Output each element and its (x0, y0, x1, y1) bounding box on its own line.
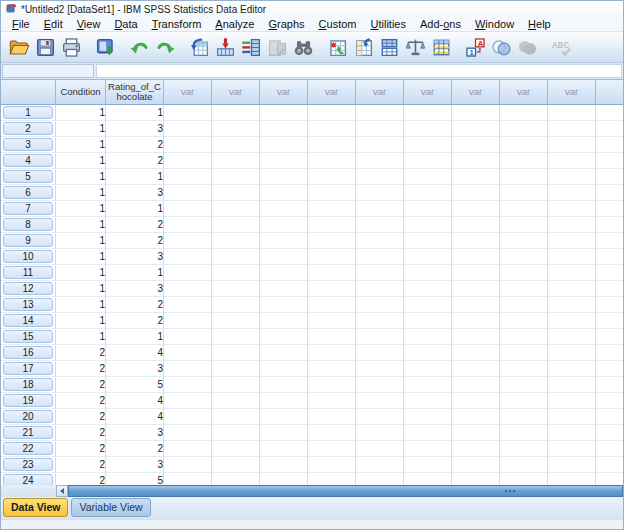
cell-empty[interactable] (452, 345, 500, 361)
value-labels-button[interactable]: A1 (462, 34, 488, 60)
cell-condition-12[interactable]: 1 (56, 281, 106, 297)
cell-empty[interactable] (308, 377, 356, 393)
column-header-var[interactable]: var (548, 80, 596, 105)
cell-empty[interactable] (308, 201, 356, 217)
column-header-rating_of_chocolate[interactable]: Rating_of_Chocolate (106, 80, 164, 105)
cell-empty[interactable] (164, 297, 212, 313)
cell-condition-17[interactable]: 2 (56, 361, 106, 377)
cell-empty[interactable] (260, 217, 308, 233)
scrollbar-thumb[interactable] (68, 485, 623, 497)
cell-condition-9[interactable]: 1 (56, 233, 106, 249)
cell-empty[interactable] (596, 297, 623, 313)
select-cases-button[interactable] (428, 34, 454, 60)
cell-empty[interactable] (212, 105, 260, 121)
column-header-var[interactable]: var (212, 80, 260, 105)
cell-empty[interactable] (404, 281, 452, 297)
cell-empty[interactable] (260, 153, 308, 169)
cell-empty[interactable] (596, 409, 623, 425)
cell-empty[interactable] (212, 185, 260, 201)
cell-empty[interactable] (596, 473, 623, 485)
cell-empty[interactable] (164, 473, 212, 485)
cell-empty[interactable] (596, 361, 623, 377)
cell-empty[interactable] (596, 441, 623, 457)
cell-rating-17[interactable]: 3 (106, 361, 164, 377)
cell-empty[interactable] (164, 329, 212, 345)
cell-rating-3[interactable]: 2 (106, 137, 164, 153)
cell-empty[interactable] (308, 185, 356, 201)
cell-empty[interactable] (452, 281, 500, 297)
cell-empty[interactable] (356, 201, 404, 217)
cell-empty[interactable] (452, 153, 500, 169)
cell-empty[interactable] (164, 409, 212, 425)
menu-help[interactable]: Help (521, 17, 558, 31)
cell-rating-12[interactable]: 3 (106, 281, 164, 297)
cell-rating-22[interactable]: 2 (106, 441, 164, 457)
cell-empty[interactable] (452, 137, 500, 153)
cell-condition-2[interactable]: 1 (56, 121, 106, 137)
cell-empty[interactable] (548, 313, 596, 329)
cell-empty[interactable] (404, 409, 452, 425)
cell-empty[interactable] (404, 425, 452, 441)
cell-empty[interactable] (356, 249, 404, 265)
cell-empty[interactable] (164, 393, 212, 409)
cell-condition-21[interactable]: 2 (56, 425, 106, 441)
save-file-button[interactable] (32, 34, 58, 60)
cell-condition-3[interactable]: 1 (56, 137, 106, 153)
cell-empty[interactable] (452, 425, 500, 441)
cell-empty[interactable] (356, 169, 404, 185)
cell-rating-14[interactable]: 2 (106, 313, 164, 329)
cell-empty[interactable] (404, 329, 452, 345)
cell-empty[interactable] (452, 297, 500, 313)
cell-rating-4[interactable]: 2 (106, 153, 164, 169)
cell-empty[interactable] (212, 137, 260, 153)
cell-empty[interactable] (548, 409, 596, 425)
cell-empty[interactable] (308, 393, 356, 409)
row-header-1[interactable]: 1 (1, 105, 56, 121)
cell-empty[interactable] (404, 441, 452, 457)
cell-rating-15[interactable]: 1 (106, 329, 164, 345)
cell-empty[interactable] (548, 105, 596, 121)
cell-empty[interactable] (164, 441, 212, 457)
cell-empty[interactable] (212, 393, 260, 409)
row-header-15[interactable]: 15 (1, 329, 56, 345)
cell-empty[interactable] (500, 297, 548, 313)
cell-condition-16[interactable]: 2 (56, 345, 106, 361)
cell-empty[interactable] (596, 265, 623, 281)
cell-empty[interactable] (404, 297, 452, 313)
cell-empty[interactable] (308, 105, 356, 121)
cell-empty[interactable] (452, 393, 500, 409)
row-header-10[interactable]: 10 (1, 249, 56, 265)
cell-empty[interactable] (500, 425, 548, 441)
cell-empty[interactable] (164, 313, 212, 329)
menu-transform[interactable]: Transform (145, 17, 209, 31)
cell-empty[interactable] (356, 313, 404, 329)
cell-empty[interactable] (260, 409, 308, 425)
row-header-2[interactable]: 2 (1, 121, 56, 137)
cell-empty[interactable] (404, 393, 452, 409)
menu-custom[interactable]: Custom (312, 17, 364, 31)
cell-empty[interactable] (308, 425, 356, 441)
cell-empty[interactable] (308, 217, 356, 233)
cell-empty[interactable] (260, 345, 308, 361)
row-header-17[interactable]: 17 (1, 361, 56, 377)
cell-empty[interactable] (308, 249, 356, 265)
recall-dialogs-button[interactable] (92, 34, 118, 60)
cell-empty[interactable] (212, 201, 260, 217)
cell-empty[interactable] (596, 329, 623, 345)
use-variable-sets-button[interactable] (488, 34, 514, 60)
cell-empty[interactable] (308, 281, 356, 297)
cell-empty[interactable] (260, 393, 308, 409)
cell-empty[interactable] (404, 249, 452, 265)
cell-empty[interactable] (548, 217, 596, 233)
cell-empty[interactable] (356, 473, 404, 485)
cell-empty[interactable] (356, 185, 404, 201)
cell-empty[interactable] (452, 473, 500, 485)
cell-empty[interactable] (356, 425, 404, 441)
cell-empty[interactable] (596, 233, 623, 249)
cell-empty[interactable] (212, 265, 260, 281)
column-header-var[interactable]: var (404, 80, 452, 105)
cell-empty[interactable] (308, 233, 356, 249)
cell-empty[interactable] (212, 425, 260, 441)
cell-empty[interactable] (548, 185, 596, 201)
goto-variable-button[interactable] (212, 34, 238, 60)
